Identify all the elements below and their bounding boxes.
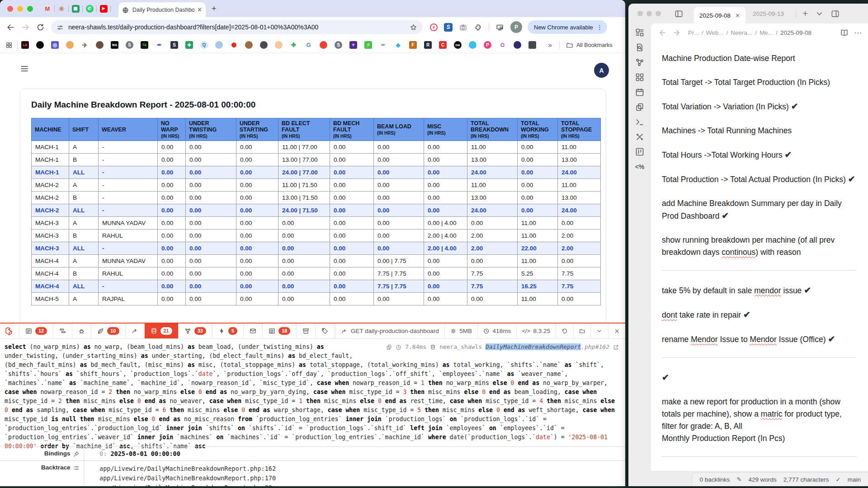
debugbar-tab-views[interactable]: 10 xyxy=(91,324,125,338)
pinned-tab-sheets-icon[interactable]: ▦ xyxy=(69,2,82,15)
pinned-tab-gmail-icon[interactable]: M xyxy=(41,2,54,15)
debugbar-tab-messages[interactable]: 12 xyxy=(19,324,53,338)
debugbar-tab-session[interactable]: 18 xyxy=(263,324,297,338)
note-editor[interactable]: Machine Production Date-wise ReportTotal… xyxy=(651,42,868,471)
address-bar[interactable]: neera-shawls.test/daily-production-dashb… xyxy=(51,20,423,34)
bookmark-favicon-s-gray[interactable]: S xyxy=(126,41,133,49)
bookmark-favicon-f-orange[interactable]: F xyxy=(409,41,417,49)
bookmark-favicon-owl[interactable] xyxy=(215,41,223,49)
s-extension-icon[interactable]: S xyxy=(444,23,453,32)
debugbar-tab-cache[interactable] xyxy=(316,324,335,338)
graph-icon[interactable] xyxy=(635,58,644,67)
bookmark-favicon-red-dot[interactable] xyxy=(230,41,238,49)
bookmark-favicon-r-dark[interactable]: R xyxy=(424,41,432,49)
bookmark-favicon-avatar-dark[interactable] xyxy=(514,41,521,49)
breadcrumb-segment[interactable]: Me... xyxy=(760,29,773,36)
minimize-window-button[interactable] xyxy=(646,11,652,16)
tab-2025-09-13[interactable]: 2025-09-13 xyxy=(745,10,791,17)
bookmark-favicon-lb[interactable]: LB xyxy=(21,41,29,49)
breadcrumb-segment[interactable]: 2025-09-08 xyxy=(780,29,811,36)
bookmark-favicon-diamond-blue[interactable]: ◆ xyxy=(394,41,402,49)
external-link-icon[interactable] xyxy=(613,344,619,350)
minimize-debugbar-button[interactable] xyxy=(590,324,608,338)
bookmark-favicon-q-blue[interactable]: Q xyxy=(200,41,208,49)
reading-mode-icon[interactable] xyxy=(840,28,849,38)
debugbar-tab-timeline[interactable] xyxy=(53,324,72,338)
word-count[interactable]: 429 words xyxy=(749,476,777,483)
toggle-left-sidebar-icon[interactable] xyxy=(675,9,683,19)
apps-grid-icon[interactable] xyxy=(5,41,13,49)
tab-daily-production-dashboard[interactable]: Daily Production Dashboard - ✕ xyxy=(118,2,206,17)
debugbar-tab-queries[interactable]: 21 xyxy=(145,324,179,338)
pinned-tab-whatsapp-icon[interactable]: ✆ xyxy=(83,2,96,15)
backlinks-count[interactable]: 0 backlinks xyxy=(699,476,730,483)
nav-forward-icon[interactable] xyxy=(672,28,681,38)
breadcrumb-segment[interactable]: Web... xyxy=(706,29,724,36)
nav-back-icon[interactable] xyxy=(658,28,667,38)
pocket-extension-icon[interactable]: ∨ xyxy=(430,23,438,31)
hamburger-menu-icon[interactable] xyxy=(20,63,29,73)
user-avatar[interactable]: A xyxy=(594,63,609,78)
bookmark-favicon-c-red[interactable]: C xyxy=(439,41,447,49)
toggle-right-sidebar-icon[interactable] xyxy=(831,9,840,19)
bookmark-favicon-black-oval[interactable] xyxy=(36,41,44,49)
templater-icon[interactable]: <% xyxy=(635,162,645,171)
breadcrumb-segment[interactable]: Pr... xyxy=(688,29,699,36)
profile-avatar[interactable]: P xyxy=(510,21,522,33)
site-settings-icon[interactable] xyxy=(57,23,64,31)
bookmark-favicon-shield-purple[interactable]: ✚ xyxy=(349,41,357,49)
send-to-device-icon[interactable] xyxy=(495,23,504,32)
bookmark-favicon-s-dark[interactable]: S xyxy=(170,41,178,49)
bookmark-favicon-bolt-green[interactable]: ⚡ xyxy=(364,41,372,49)
calendar-icon[interactable] xyxy=(635,88,644,97)
bookmark-favicon-ma[interactable]: MA xyxy=(111,41,118,49)
bookmark-favicon-tk[interactable]: Tk xyxy=(141,41,148,49)
bookmark-favicon-dark-figure[interactable] xyxy=(260,41,268,49)
bookmark-favicon-dw-black[interactable]: DW xyxy=(454,41,462,49)
camera-extension-icon[interactable] xyxy=(459,23,467,32)
list-icon[interactable] xyxy=(73,465,80,471)
extensions-puzzle-icon[interactable] xyxy=(474,23,482,32)
cards-icon[interactable] xyxy=(635,28,644,37)
open-folder-button[interactable] xyxy=(573,324,591,338)
bookmark-favicon-o-purple[interactable]: O xyxy=(499,41,506,49)
bookmark-favicon-plane[interactable]: ✈ xyxy=(81,41,89,49)
bookmark-favicon-person-orange[interactable] xyxy=(66,41,74,49)
bookmark-favicon-feather-blue[interactable]: ✒ xyxy=(156,41,163,49)
bookmark-favicon-feather-gray[interactable]: ✒ xyxy=(379,41,387,49)
pin-icon[interactable] xyxy=(73,451,80,457)
debugbar-tab-gate[interactable] xyxy=(297,324,316,338)
all-bookmarks-button[interactable]: All Bookmarks xyxy=(566,42,613,49)
debugbar-tab-livewire[interactable]: 5 xyxy=(212,324,244,338)
tab-2025-09-08[interactable]: 2025-09-08 ✕ xyxy=(694,7,745,23)
history-button[interactable] xyxy=(556,324,573,338)
bookmark-favicon-texture-dark[interactable] xyxy=(528,41,536,49)
breadcrumb-segment[interactable]: Neera... xyxy=(731,29,752,36)
new-tab-button[interactable]: + xyxy=(802,8,808,19)
terminal-icon[interactable] xyxy=(635,117,644,127)
tab-close-icon[interactable]: ✕ xyxy=(197,6,202,13)
canvas-icon[interactable] xyxy=(635,73,644,82)
bookmark-favicon-p-pink[interactable]: P xyxy=(484,41,491,49)
close-window-button[interactable] xyxy=(637,11,643,16)
git-branch[interactable]: main xyxy=(848,476,861,483)
debugbar-tab-exceptions[interactable] xyxy=(72,324,91,338)
bookmark-favicon-green-cross[interactable]: ✚ xyxy=(185,41,193,49)
forward-button[interactable] xyxy=(21,22,30,32)
debugbar-tab-mails[interactable] xyxy=(244,324,263,338)
traffic-lights[interactable] xyxy=(7,6,37,12)
reload-button[interactable] xyxy=(36,22,45,32)
pinned-tab-claude-icon[interactable]: ✳ xyxy=(55,2,68,15)
copy-icon[interactable] xyxy=(386,344,392,350)
tools-icon[interactable] xyxy=(635,132,644,141)
kanban-icon[interactable] xyxy=(635,147,644,156)
maximize-window-button[interactable] xyxy=(27,6,33,12)
debugbar-tab-models[interactable]: 33 xyxy=(179,324,212,338)
request-status[interactable]: GET daily-production-dashboard xyxy=(335,324,444,338)
sync-check-icon[interactable]: ✓ xyxy=(835,476,840,483)
bookmark-favicon-drop-blue[interactable] xyxy=(469,41,476,49)
bookmark-favicon-target-purple[interactable]: ◎ xyxy=(51,41,59,49)
bookmark-favicon-rocket[interactable] xyxy=(96,41,104,49)
bookmark-favicon-maps-pin[interactable] xyxy=(320,41,327,49)
maximize-window-button[interactable] xyxy=(656,11,661,16)
